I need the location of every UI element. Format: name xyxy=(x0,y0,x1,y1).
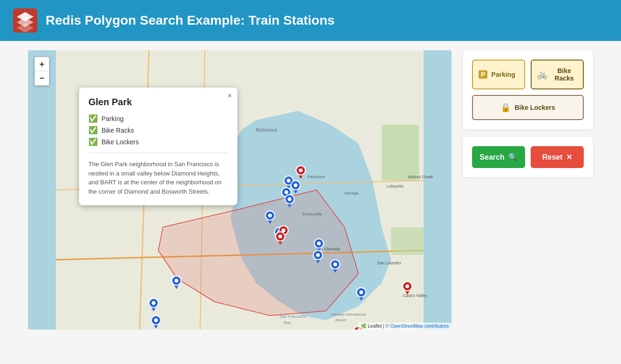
map-pin[interactable] xyxy=(171,275,182,290)
bike-racks-label: Bike Racks xyxy=(551,67,577,82)
lock-icon: 🔒 xyxy=(500,102,511,113)
svg-text:Richmond: Richmond xyxy=(256,128,277,133)
svg-text:Moraga: Moraga xyxy=(344,191,359,195)
svg-text:Piedmont: Piedmont xyxy=(307,175,325,179)
svg-point-91 xyxy=(405,284,409,288)
popup-close-button[interactable]: × xyxy=(228,92,232,100)
bike-icon: 🚲 xyxy=(537,69,547,80)
station-popup: × Glen Park ✅Parking✅Bike Racks✅Bike Loc… xyxy=(79,88,237,205)
svg-point-61 xyxy=(359,290,363,294)
svg-text:Walnut Creek: Walnut Creek xyxy=(408,175,433,179)
map-pin[interactable] xyxy=(148,297,159,312)
svg-point-55 xyxy=(317,242,321,245)
main-content: Richmond Piedmont Moraga Lafayette Walnu… xyxy=(0,41,621,339)
check-icon: ✅ xyxy=(88,137,98,146)
svg-rect-14 xyxy=(382,125,419,181)
svg-text:Oakland International: Oakland International xyxy=(331,312,366,317)
map-pin[interactable] xyxy=(264,210,276,225)
map-container[interactable]: Richmond Piedmont Moraga Lafayette Walnu… xyxy=(28,50,452,330)
svg-text:Alameda: Alameda xyxy=(324,247,340,251)
svg-point-73 xyxy=(154,318,158,322)
svg-point-64 xyxy=(316,253,320,257)
reset-icon: ✕ xyxy=(566,153,572,162)
sidebar: P Parking 🚲 Bike Racks 🔒 Bike Lockers Se… xyxy=(463,50,593,177)
svg-text:San Francisco: San Francisco xyxy=(279,314,306,319)
bike-lockers-label: Bike Lockers xyxy=(514,104,555,111)
svg-text:Bay: Bay xyxy=(284,320,291,325)
redis-logo xyxy=(13,8,37,33)
check-icon: ✅ xyxy=(88,126,98,135)
map-pin[interactable] xyxy=(284,194,295,209)
svg-point-49 xyxy=(268,214,272,217)
svg-point-58 xyxy=(333,263,337,266)
reset-label: Reset xyxy=(542,153,563,162)
reset-button[interactable]: Reset ✕ xyxy=(531,146,584,168)
svg-text:Lafayette: Lafayette xyxy=(386,184,404,189)
svg-point-67 xyxy=(175,279,178,283)
svg-point-85 xyxy=(278,235,282,238)
feature-label: Bike Racks xyxy=(101,127,134,134)
parking-icon: P xyxy=(479,70,487,79)
feature-label: Parking xyxy=(101,115,123,122)
search-icon: 🔍 xyxy=(508,153,518,162)
map-pin[interactable] xyxy=(356,287,367,302)
osm-link[interactable]: © OpenStreetMap contributors xyxy=(385,324,449,329)
svg-point-70 xyxy=(152,301,155,305)
svg-point-40 xyxy=(294,183,297,187)
check-icon: ✅ xyxy=(88,114,98,123)
svg-text:Emeryville: Emeryville xyxy=(303,212,322,216)
map-attribution: 🌿 Leaflet | © OpenStreetMap contributors xyxy=(358,323,452,330)
map-pin[interactable] xyxy=(275,231,286,246)
map-pin[interactable] xyxy=(402,281,413,296)
action-buttons-panel: Search 🔍 Reset ✕ xyxy=(463,137,593,177)
bike-lockers-filter-button[interactable]: 🔒 Bike Lockers xyxy=(472,95,584,120)
popup-feature-item: ✅Parking xyxy=(88,114,228,123)
map-pin[interactable] xyxy=(330,259,341,274)
map-pin[interactable] xyxy=(295,165,306,180)
popup-divider xyxy=(88,153,228,153)
search-button[interactable]: Search 🔍 xyxy=(472,146,525,168)
popup-feature-item: ✅Bike Racks xyxy=(88,126,228,135)
popup-station-name: Glen Park xyxy=(88,97,228,108)
popup-feature-item: ✅Bike Lockers xyxy=(88,137,228,146)
svg-text:San Leandro: San Leandro xyxy=(377,261,401,265)
zoom-out-button[interactable]: − xyxy=(35,71,49,85)
map-pin[interactable] xyxy=(312,249,324,264)
svg-point-46 xyxy=(288,197,291,201)
feature-label: Bike Lockers xyxy=(101,138,139,146)
bike-racks-filter-button[interactable]: 🚲 Bike Racks xyxy=(531,60,584,89)
page-title: Redis Polygon Search Example: Train Stat… xyxy=(46,13,335,28)
popup-features-list: ✅Parking✅Bike Racks✅Bike Lockers xyxy=(88,114,228,146)
parking-filter-button[interactable]: P Parking xyxy=(472,60,525,89)
zoom-controls: + − xyxy=(34,57,49,86)
svg-point-79 xyxy=(299,169,303,172)
zoom-in-button[interactable]: + xyxy=(35,57,49,71)
search-label: Search xyxy=(479,153,504,162)
app-header: Redis Polygon Search Example: Train Stat… xyxy=(0,0,621,41)
map-pin[interactable] xyxy=(150,315,162,330)
svg-text:Airport: Airport xyxy=(335,318,346,322)
parking-label: Parking xyxy=(491,71,515,78)
svg-rect-15 xyxy=(391,227,424,255)
filter-buttons-panel: P Parking 🚲 Bike Racks 🔒 Bike Lockers xyxy=(463,50,593,129)
popup-description: The Glen Park neighborhood in San Franci… xyxy=(88,160,228,196)
